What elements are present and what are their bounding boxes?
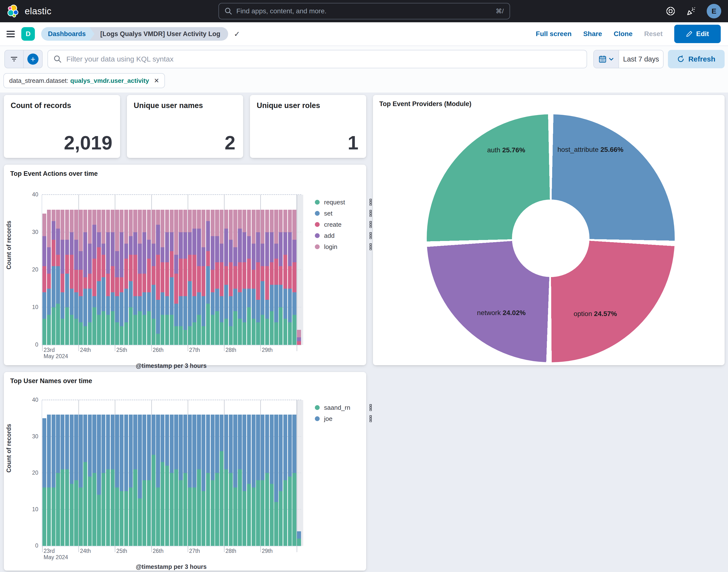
bar-segment-create[interactable] bbox=[265, 266, 269, 300]
bar-segment-set[interactable] bbox=[83, 289, 87, 326]
bar-segment-joe[interactable] bbox=[270, 415, 274, 484]
bar-segment-request[interactable] bbox=[170, 315, 174, 345]
bar-segment-login[interactable] bbox=[279, 210, 283, 232]
bar-segment-saand_rn[interactable] bbox=[229, 473, 233, 546]
bar-segment-login[interactable] bbox=[43, 214, 46, 236]
bar-segment-saand_rn[interactable] bbox=[133, 469, 137, 546]
bar-segment-add[interactable] bbox=[101, 243, 105, 255]
bar-segment-add[interactable] bbox=[238, 229, 242, 263]
bar-segment-saand_rn[interactable] bbox=[111, 469, 115, 546]
bar-segment-add[interactable] bbox=[70, 232, 74, 255]
bar-segment-joe[interactable] bbox=[129, 415, 133, 488]
bar-segment-add[interactable] bbox=[265, 232, 269, 266]
bar-segment-set[interactable] bbox=[283, 289, 287, 319]
bar-segment-saand_rn[interactable] bbox=[97, 495, 101, 546]
bar-segment-set[interactable] bbox=[56, 266, 60, 304]
bar-segment-create[interactable] bbox=[211, 270, 215, 292]
bar-segment-set[interactable] bbox=[142, 292, 146, 315]
bar-segment-login[interactable] bbox=[165, 210, 169, 232]
bar-segment-login[interactable] bbox=[265, 210, 269, 232]
bar-segment-login[interactable] bbox=[247, 210, 251, 236]
bar-segment-login[interactable] bbox=[242, 210, 246, 232]
bar-segment-create[interactable] bbox=[43, 266, 46, 293]
bar-segment-create[interactable] bbox=[147, 259, 151, 293]
bar-segment-add[interactable] bbox=[261, 243, 265, 266]
bar-segment-request[interactable] bbox=[156, 334, 160, 345]
bar-segment-add[interactable] bbox=[152, 243, 155, 266]
bar-segment-add[interactable] bbox=[47, 247, 51, 274]
bar-segment-saand_rn[interactable] bbox=[92, 473, 96, 546]
legend-item-set[interactable]: set bbox=[315, 208, 372, 219]
bar-segment-request[interactable] bbox=[197, 315, 201, 345]
bar-segment-login[interactable] bbox=[215, 210, 219, 236]
bar-segment-saand_rn[interactable] bbox=[261, 480, 265, 546]
bar-segment-request[interactable] bbox=[106, 315, 110, 345]
bar-segment-joe[interactable] bbox=[147, 415, 151, 480]
bar-segment-login[interactable] bbox=[202, 210, 205, 247]
bar-segment-create[interactable] bbox=[297, 341, 301, 345]
bar-segment-create[interactable] bbox=[202, 266, 205, 296]
bar-segment-request[interactable] bbox=[215, 311, 219, 345]
bar-segment-request[interactable] bbox=[183, 330, 187, 345]
bar-segment-request[interactable] bbox=[120, 326, 124, 345]
bar-segment-login[interactable] bbox=[283, 210, 287, 232]
bar-segment-saand_rn[interactable] bbox=[202, 491, 205, 546]
bar-segment-add[interactable] bbox=[142, 232, 146, 274]
bar-segment-add[interactable] bbox=[215, 236, 219, 263]
bar-segment-set[interactable] bbox=[47, 289, 51, 315]
bar-segment-saand_rn[interactable] bbox=[192, 488, 196, 546]
bar-segment-request[interactable] bbox=[70, 315, 74, 345]
bar-segment-request[interactable] bbox=[261, 315, 265, 345]
bar-segment-request[interactable] bbox=[202, 326, 205, 345]
bar-segment-joe[interactable] bbox=[242, 415, 246, 491]
bar-segment-saand_rn[interactable] bbox=[43, 488, 46, 546]
elastic-logo[interactable]: elastic bbox=[7, 4, 52, 18]
bar-segment-add[interactable] bbox=[297, 337, 301, 341]
bar-segment-saand_rn[interactable] bbox=[65, 469, 69, 546]
bar-segment-joe[interactable] bbox=[233, 415, 237, 488]
bar-segment-set[interactable] bbox=[43, 292, 46, 319]
bar-segment-saand_rn[interactable] bbox=[56, 473, 60, 546]
bar-segment-saand_rn[interactable] bbox=[83, 462, 87, 546]
bar-segment-login[interactable] bbox=[133, 210, 137, 232]
bar-segment-set[interactable] bbox=[233, 289, 237, 311]
bar-segment-add[interactable] bbox=[188, 232, 192, 255]
plot-area[interactable]: 01020304023rdMay 202424th25th26th27th28t… bbox=[42, 195, 301, 345]
legend-item-request[interactable]: request bbox=[315, 197, 372, 208]
bar-segment-create[interactable] bbox=[251, 270, 256, 289]
bar-segment-joe[interactable] bbox=[265, 415, 269, 473]
bar-segment-login[interactable] bbox=[124, 210, 128, 243]
bar-segment-add[interactable] bbox=[220, 243, 224, 263]
bar-segment-request[interactable] bbox=[47, 315, 51, 345]
bar-segment-joe[interactable] bbox=[192, 415, 196, 488]
bar-segment-request[interactable] bbox=[142, 315, 146, 345]
bar-segment-request[interactable] bbox=[138, 311, 142, 345]
bar-segment-login[interactable] bbox=[138, 210, 142, 243]
bar-segment-joe[interactable] bbox=[70, 415, 74, 484]
bar-segment-joe[interactable] bbox=[74, 415, 78, 480]
bar-segment-joe[interactable] bbox=[283, 415, 287, 480]
bar-segment-joe[interactable] bbox=[106, 415, 110, 469]
bar-segment-saand_rn[interactable] bbox=[147, 480, 151, 546]
bar-segment-request[interactable] bbox=[274, 322, 278, 345]
bar-segment-add[interactable] bbox=[170, 232, 174, 251]
bar-segment-add[interactable] bbox=[92, 225, 96, 259]
global-search-input[interactable] bbox=[236, 7, 496, 15]
bar-segment-create[interactable] bbox=[152, 266, 155, 285]
bar-segment-request[interactable] bbox=[251, 319, 256, 345]
bar-segment-joe[interactable] bbox=[97, 415, 101, 495]
bar-segment-set[interactable] bbox=[156, 300, 160, 334]
bar-segment-saand_rn[interactable] bbox=[242, 491, 246, 546]
bar-segment-create[interactable] bbox=[56, 255, 60, 266]
bar-segment-login[interactable] bbox=[101, 210, 105, 243]
bar-segment-create[interactable] bbox=[142, 274, 146, 293]
legend-item-menu-icon[interactable] bbox=[370, 210, 372, 217]
bar-segment-add[interactable] bbox=[247, 236, 251, 259]
bar-segment-add[interactable] bbox=[74, 240, 78, 270]
bar-segment-joe[interactable] bbox=[170, 415, 174, 473]
bar-segment-request[interactable] bbox=[224, 319, 228, 345]
legend-item-create[interactable]: create bbox=[315, 219, 372, 230]
bar-segment-request[interactable] bbox=[242, 322, 246, 345]
bar-segment-saand_rn[interactable] bbox=[238, 469, 242, 546]
bar-segment-request[interactable] bbox=[129, 307, 133, 345]
